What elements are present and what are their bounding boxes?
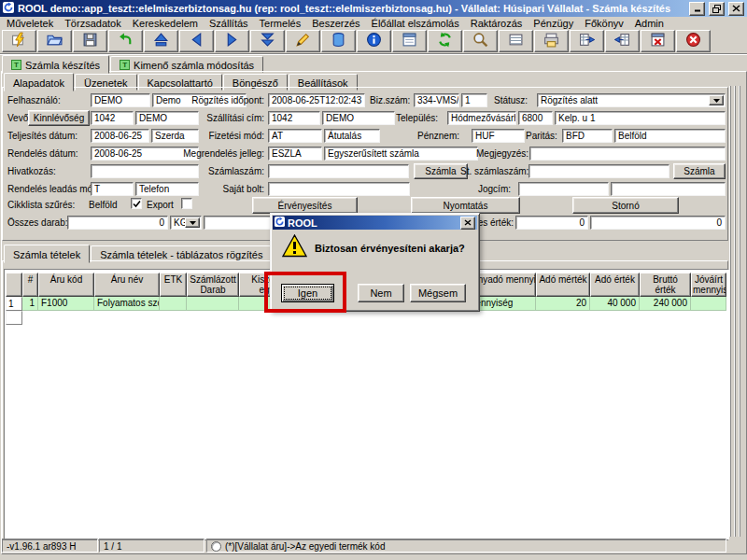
paritas-code-field[interactable]: BFD	[562, 129, 613, 143]
tab-szamla-tetelek[interactable]: Számla tételek	[4, 245, 90, 263]
toolbar-first-button[interactable]	[144, 30, 178, 52]
menu-szallitas[interactable]: Szállítás	[204, 18, 253, 29]
cell[interactable]: 240 000	[640, 297, 691, 311]
cell[interactable]: 40 000	[590, 297, 640, 311]
column-header-aru-nev[interactable]: Áru név	[94, 273, 160, 297]
st-szamlaszam-field[interactable]	[529, 164, 669, 178]
toolbar-open-button[interactable]	[37, 30, 72, 52]
osszes-ertek-field-1[interactable]: 0	[515, 216, 588, 230]
tab-alapadatok[interactable]: Alapadatok	[4, 73, 74, 91]
menu-beszerzes[interactable]: Beszerzés	[307, 18, 364, 29]
toolbar-form-button[interactable]	[392, 30, 427, 52]
dialog-close-button[interactable]	[460, 217, 475, 230]
szamlaszam-field[interactable]	[268, 164, 409, 178]
tab-uzenetek[interactable]: Üzenetek	[75, 74, 136, 91]
tab-kapcsolattarto[interactable]: Kapcsolattartó	[138, 74, 222, 91]
toolbar-edit-button[interactable]	[286, 30, 320, 52]
jogcim-field-2[interactable]	[611, 182, 726, 196]
jogcim-field-1[interactable]	[518, 182, 609, 196]
status-radio[interactable]	[211, 541, 221, 552]
bizszam-field[interactable]: 334-VMS/2008	[414, 93, 459, 107]
menu-eloallat-elszamolas[interactable]: Élőállat elszámolás	[367, 18, 464, 29]
export-checkbox[interactable]	[181, 198, 192, 209]
toolbar-exit-button[interactable]	[676, 30, 711, 52]
cell[interactable]	[691, 297, 726, 311]
column-header-item[interactable]: #	[22, 273, 38, 297]
toolbar-print-button[interactable]	[534, 30, 569, 52]
osszes-ertek-field-2[interactable]: 0	[590, 216, 726, 230]
column-header-ado-ertek[interactable]: Adó érték	[590, 273, 640, 297]
dialog-megsem-button[interactable]: Mégsem	[410, 284, 466, 302]
toolbar-save-button[interactable]	[73, 30, 107, 52]
tab-szamla-tetelek-tablazatos-rogzites[interactable]: Számla tételek - táblázatos rögzítés	[91, 245, 272, 262]
toolbar-next-button[interactable]	[215, 30, 249, 52]
toolbar-last-button[interactable]	[250, 30, 285, 52]
st-szamla-button[interactable]: Számla	[673, 163, 726, 179]
paritas-name-field[interactable]: Belföld	[614, 129, 726, 143]
kinnlevoseg-button[interactable]: Kinnlévőség	[28, 110, 90, 126]
telepules-city-field[interactable]: Hódmezővásárhely	[447, 111, 516, 125]
toolbar-execute-button[interactable]	[2, 30, 36, 52]
ervenyesites-button[interactable]: Érvényesítés	[252, 197, 358, 214]
cell[interactable]: F1000	[38, 297, 94, 311]
chevron-down-icon[interactable]	[709, 95, 724, 105]
storno-button[interactable]: Stornó	[572, 197, 679, 214]
megrendeles-jelleg-name-field[interactable]: Egyszerűsített számla	[324, 147, 478, 161]
szallitasi-cim-code-field[interactable]: 1042	[268, 111, 320, 125]
column-header-szamlazott-darab-gyujto[interactable]: Számlázott Darab (gyűjtő)	[187, 273, 239, 297]
tab-szamla-keszites[interactable]: TSzámla készítés	[2, 55, 109, 74]
cell[interactable]: 20	[536, 297, 590, 311]
toolbar-undo-button[interactable]	[108, 30, 143, 52]
menu-admin[interactable]: Admin	[630, 18, 669, 29]
statusz-combo[interactable]: Rögzítés alatt	[537, 93, 726, 107]
column-header-brutto-ertek[interactable]: Bruttó érték	[640, 273, 691, 297]
cell[interactable]	[160, 297, 187, 311]
tab-kimeno-szamla-modositas[interactable]: TKimenő számla módosítás	[110, 56, 263, 73]
toolbar-search-button[interactable]	[463, 30, 498, 52]
penznem-field[interactable]: HUF	[472, 129, 525, 143]
menu-raktarozas[interactable]: Raktározás	[466, 18, 528, 29]
vevo-code-field[interactable]: 1042	[91, 111, 134, 125]
toolbar-database-button[interactable]	[321, 30, 356, 52]
nyomtatas-button[interactable]: Nyomtatás	[411, 197, 520, 214]
megrendeles-jelleg-code-field[interactable]: ESZLA	[268, 147, 322, 161]
toolbar-previous-button[interactable]	[179, 30, 214, 52]
felhasznalo-code-field[interactable]: DEMO	[91, 93, 150, 107]
toolbar-import-button[interactable]	[605, 30, 640, 52]
minimize-button[interactable]	[689, 2, 705, 16]
cell[interactable]: Folyamatos szolg	[94, 297, 160, 311]
cell[interactable]	[187, 297, 239, 311]
rendeles-leadas-mod-code-field[interactable]: T	[91, 182, 134, 196]
osszes-darab-field[interactable]: 0	[67, 216, 168, 230]
dialog-nem-button[interactable]: Nem	[358, 284, 404, 302]
fizetesi-mod-name-field[interactable]: Átutalás	[324, 129, 380, 143]
telepules-zip-field[interactable]: 6800	[518, 111, 553, 125]
telepules-street-field[interactable]: Kelp. u 1	[555, 111, 726, 125]
menu-muveletek[interactable]: Műveletek	[2, 18, 58, 29]
column-header-ado-mertek[interactable]: Adó mérték	[536, 273, 590, 297]
toolbar-refresh-button[interactable]	[428, 30, 462, 52]
splitter-grip[interactable]	[729, 86, 743, 537]
menu-torzsadatok[interactable]: Törzsadatok	[60, 18, 126, 29]
bizszam-seq-field[interactable]: 1	[461, 93, 487, 107]
cell[interactable]: 1	[22, 297, 38, 311]
szallitasi-cim-name-field[interactable]: DEMO	[322, 111, 395, 125]
rogzites-idopont-field[interactable]: 2008-06-25T12:02:43	[268, 93, 365, 107]
menu-penzugy[interactable]: Pénzügy	[529, 18, 578, 29]
tab-beallitasok[interactable]: Beállítások	[289, 74, 358, 91]
fizetesi-mod-code-field[interactable]: AT	[268, 129, 322, 143]
menu-fokonyv[interactable]: Főkönyv	[580, 18, 628, 29]
toolbar-close-window-button[interactable]	[641, 30, 675, 52]
mertekegyseg-combo[interactable]: KG	[170, 216, 202, 230]
close-button[interactable]	[728, 2, 744, 16]
sajat-bolt-field[interactable]	[268, 182, 410, 196]
column-header-aru-kod[interactable]: Áru kód	[38, 273, 94, 297]
toolbar-info-button[interactable]	[357, 30, 391, 52]
chevron-down-icon[interactable]	[185, 217, 200, 228]
restore-button[interactable]	[709, 2, 725, 16]
tab-bongeszo[interactable]: Böngésző	[223, 74, 288, 91]
toolbar-list-button[interactable]	[499, 30, 533, 52]
toolbar-export-button[interactable]	[570, 30, 604, 52]
column-header-jovairt-mennyiseg[interactable]: Jóváírt mennyiség	[691, 273, 726, 297]
teljesites-datum-field[interactable]: 2008-06-25	[91, 129, 149, 143]
